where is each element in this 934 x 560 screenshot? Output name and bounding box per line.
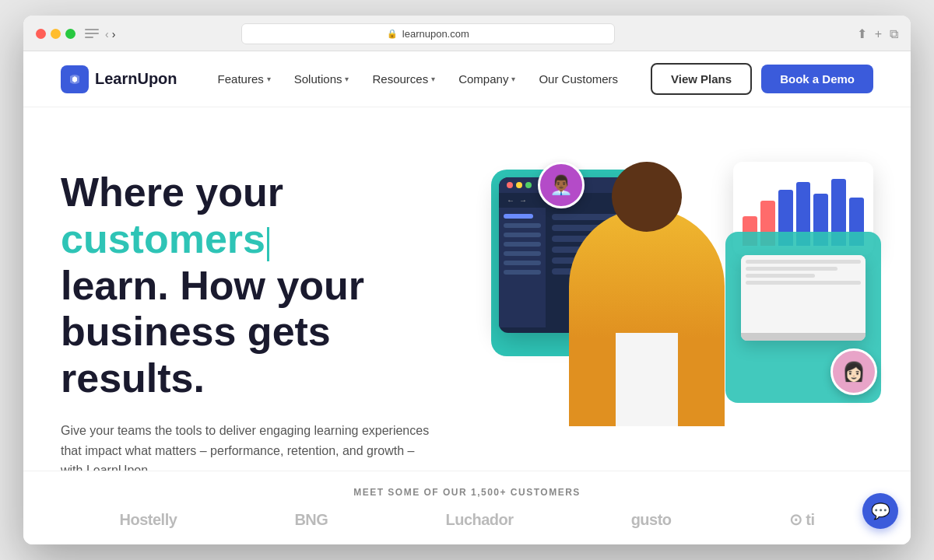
laptop-base	[741, 333, 866, 341]
sidebar-item	[504, 214, 533, 219]
chevron-down-icon: ▾	[431, 75, 435, 83]
nav-solutions[interactable]: Solutions ▾	[285, 66, 359, 92]
browser-window: ‹ › 🔒 learnupon.com ⬆ + ⧉ Le	[23, 16, 911, 544]
nav-customers[interactable]: Our Customers	[529, 66, 627, 92]
forward-arrow[interactable]: ›	[112, 28, 116, 40]
dash-dot-yellow	[516, 182, 522, 188]
logo-ti: ⊙ ti	[789, 510, 815, 529]
lock-icon: 🔒	[387, 29, 398, 39]
maximize-button[interactable]	[65, 29, 75, 39]
nav-cta: View Plans Book a Demo	[651, 63, 873, 95]
hero-highlight: customers	[61, 216, 265, 261]
nav-links: Features ▾ Solutions ▾ Resources ▾ Compa…	[209, 66, 651, 92]
laptop-line	[746, 267, 837, 271]
avatar-2: 👩🏻	[830, 348, 877, 395]
new-tab-icon[interactable]: +	[875, 27, 882, 41]
chevron-down-icon: ▾	[345, 75, 349, 83]
dash-forward-icon: →	[519, 196, 527, 205]
laptop-screen	[741, 255, 866, 333]
nav-resources[interactable]: Resources ▾	[363, 66, 444, 92]
sidebar-toggle-icon[interactable]	[85, 29, 99, 40]
text-cursor	[267, 227, 269, 261]
chevron-down-icon: ▾	[511, 75, 515, 83]
share-icon[interactable]: ⬆	[857, 26, 867, 41]
book-demo-nav-button[interactable]: Book a Demo	[761, 65, 873, 93]
browser-actions: ⬆ + ⧉	[857, 26, 898, 41]
bottom-section: MEET SOME OF OUR 1,500+ CUSTOMERS Hostel…	[23, 471, 911, 544]
website-content: LearnUpon Features ▾ Solutions ▾ Resourc…	[23, 51, 911, 544]
hero-text: Where your customers learn. How yourbusi…	[61, 154, 483, 471]
chat-icon: 💬	[871, 502, 890, 520]
chevron-down-icon: ▾	[267, 75, 271, 83]
logo[interactable]: LearnUpon	[61, 65, 177, 93]
customers-label: MEET SOME OF OUR 1,500+ CUSTOMERS	[61, 487, 873, 498]
logo-luchador: Luchador	[445, 511, 513, 529]
logo-hostelly: Hostelly	[120, 511, 177, 529]
dash-dot-red	[507, 182, 513, 188]
back-arrow[interactable]: ‹	[105, 28, 109, 40]
traffic-lights	[36, 29, 75, 39]
hero-subtitle: Give your teams the tools to deliver eng…	[61, 421, 434, 471]
dash-back-icon: ←	[507, 196, 514, 205]
hero-section: Where your customers learn. How yourbusi…	[23, 107, 911, 471]
laptop-card	[741, 255, 866, 341]
laptop-line	[746, 274, 815, 278]
browser-chrome: ‹ › 🔒 learnupon.com ⬆ + ⧉	[23, 16, 911, 51]
nav-arrows: ‹ ›	[105, 28, 115, 40]
customer-logos: Hostelly BNG Luchador gusto ⊙ ti	[61, 510, 873, 529]
hero-title: Where your customers learn. How yourbusi…	[61, 170, 483, 402]
logo-bng: BNG	[294, 511, 328, 529]
nav-features[interactable]: Features ▾	[209, 66, 280, 92]
chat-bubble-button[interactable]: 💬	[862, 493, 898, 529]
url-text: learnupon.com	[402, 28, 469, 40]
view-plans-button[interactable]: View Plans	[651, 63, 752, 95]
logo-gusto: gusto	[631, 511, 672, 529]
browser-controls: ‹ ›	[85, 28, 115, 40]
close-button[interactable]	[36, 29, 46, 39]
logo-icon	[61, 65, 89, 93]
laptop-line	[746, 260, 861, 264]
minimize-button[interactable]	[51, 29, 61, 39]
navbar: LearnUpon Features ▾ Solutions ▾ Resourc…	[23, 51, 911, 107]
laptop-line	[746, 281, 861, 285]
hero-image: ← →	[483, 154, 873, 418]
nav-company[interactable]: Company ▾	[449, 66, 525, 92]
logo-text: LearnUpon	[95, 70, 177, 88]
tab-overview-icon[interactable]: ⧉	[890, 27, 898, 41]
address-bar[interactable]: 🔒 learnupon.com	[241, 23, 615, 44]
